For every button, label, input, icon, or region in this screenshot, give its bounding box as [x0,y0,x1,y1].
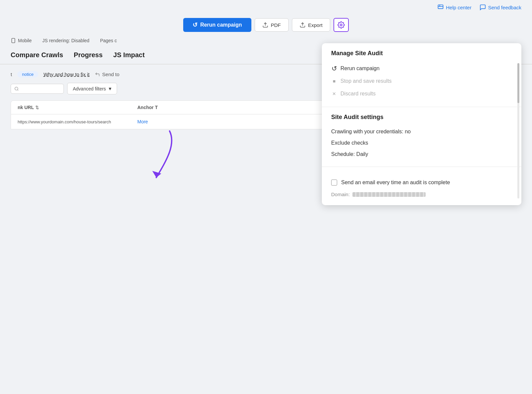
settings-section: Site Audit settings Crawling with your c… [322,107,521,167]
tab-js-impact[interactable]: JS Impact [113,46,155,65]
manage-site-audit-dropdown: Manage Site Audit ↺ Rerun campaign ■ Sto… [322,43,521,205]
action-bar: ↺ Rerun campaign PDF Export [0,15,532,35]
credentials-setting[interactable]: Crawling with your credentials: no [331,126,512,137]
email-row: Send an email every time an audit is com… [331,174,512,189]
more-cell[interactable]: More [137,119,148,124]
t-label: t [11,71,12,77]
send-feedback-icon [479,4,486,11]
export-label: Export [308,22,323,28]
send-feedback-label: Send feedback [488,5,521,10]
device-info: Mobile [11,38,32,43]
tab-compare-crawls[interactable]: Compare Crawls [11,46,74,65]
send-to-icon [95,72,100,77]
rerun-campaign-item[interactable]: ↺ Rerun campaign [331,62,512,75]
export-icon [300,22,306,28]
search-box[interactable] [11,84,64,94]
domain-row: Domain: [331,189,512,198]
settings-gear-icon [337,21,345,29]
svg-rect-6 [12,38,15,43]
device-label: Mobile [18,38,32,43]
help-center-icon [437,4,444,11]
arrow-annotation [130,124,196,184]
svg-point-5 [340,24,342,26]
top-bar: Help center Send feedback [0,0,532,15]
email-checkbox[interactable] [331,180,337,186]
domain-blur-value [352,192,426,197]
settings-title: Site Audit settings [331,114,512,121]
svg-line-9 [18,89,18,90]
pages-label: Pages c [100,38,117,43]
send-to-button[interactable]: Send to [95,71,119,77]
chevron-down-icon: ▾ [109,85,111,92]
help-center-label: Help center [446,5,471,10]
stop-save-item: ■ Stop and save results [331,75,512,87]
panel-scrollbar-thumb [517,63,519,103]
panel-scrollbar[interactable] [517,63,519,198]
email-section: Send an email every time an audit is com… [322,167,521,205]
settings-button[interactable] [333,18,349,32]
fix-link[interactable]: Why and how to fix it [44,71,89,77]
discard-results-item: ✕ Discard results [331,87,512,100]
search-input[interactable] [21,86,60,91]
advanced-filters-button[interactable]: Advanced filters ▾ [67,83,117,94]
discard-item-icon: ✕ [331,91,337,97]
svg-marker-10 [152,171,161,178]
pages-info: Pages c [100,38,117,43]
exclude-checks-setting[interactable]: Exclude checks [331,137,512,149]
pdf-button[interactable]: PDF [255,18,289,32]
domain-label: Domain: [331,192,350,197]
filter-label: Advanced filters [73,86,106,91]
js-rendering-label: JS rendering: Disabled [42,38,89,43]
rerun-item-icon: ↺ [331,66,337,71]
svg-rect-0 [438,5,443,9]
manage-title: Manage Site Audit [331,50,512,57]
pdf-icon [262,22,268,28]
notice-badge: notice [17,71,38,77]
schedule-setting[interactable]: Schedule: Daily [331,149,512,160]
svg-point-8 [15,87,18,90]
export-button[interactable]: Export [292,18,330,32]
js-rendering-info: JS rendering: Disabled [42,38,89,43]
pdf-label: PDF [271,22,281,28]
url-cell: https://www.yourdomain.com/house-tours/s… [18,119,131,124]
send-feedback-link[interactable]: Send feedback [479,4,521,11]
sort-icon[interactable]: ⇅ [35,105,39,110]
rerun-label: Rerun campaign [200,22,242,28]
email-label: Send an email every time an audit is com… [341,179,450,186]
rerun-icon: ↺ [193,21,198,29]
col-url-header: nk URL ⇅ [18,105,131,110]
manage-section: Manage Site Audit ↺ Rerun campaign ■ Sto… [322,43,521,107]
mobile-icon [11,38,16,43]
help-center-link[interactable]: Help center [437,4,471,11]
search-icon [14,86,19,91]
stop-item-icon: ■ [331,78,337,84]
tab-progress[interactable]: Progress [74,46,113,65]
rerun-campaign-button[interactable]: ↺ Rerun campaign [183,18,251,32]
